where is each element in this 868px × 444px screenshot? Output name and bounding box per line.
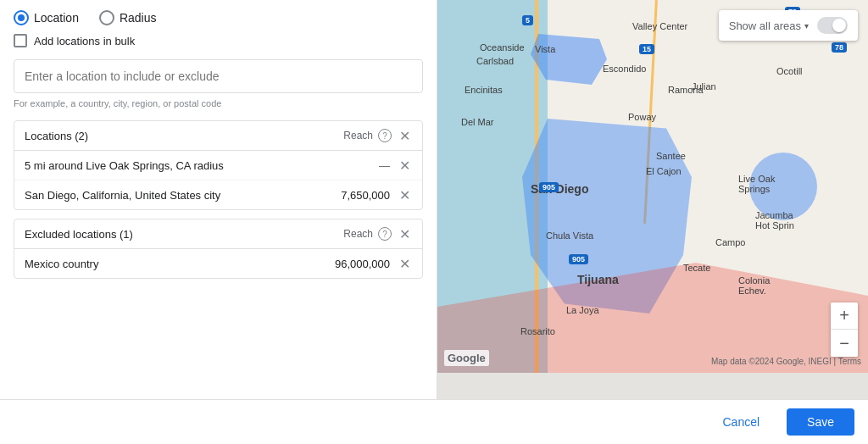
locations-close-icon[interactable]: ✕: [397, 128, 412, 143]
radius-radio-label: Radius: [120, 11, 157, 25]
excluded-header-right: Reach ? ✕: [343, 226, 412, 241]
highway-15-shield: 15: [639, 44, 654, 54]
highlight-live-oak-springs: [749, 153, 817, 220]
zoom-out-button[interactable]: −: [831, 330, 858, 357]
toggle-switch[interactable]: [817, 17, 848, 34]
google-logo: Google: [444, 350, 489, 366]
footer: Cancel Save: [0, 399, 868, 444]
search-input-container[interactable]: [14, 59, 423, 93]
add-bulk-checkbox-row[interactable]: Add locations in bulk: [14, 34, 423, 47]
show-areas-label: Show all areas ▾: [729, 19, 809, 32]
highway-5-shield: 5: [522, 15, 533, 25]
city-valley-center: Valley Center: [632, 21, 687, 31]
location-row: San Diego, California, United States cit…: [14, 180, 422, 209]
location-2-name: San Diego, California, United States cit…: [25, 189, 341, 202]
excluded-location-row: Mexico country 96,000,000 ✕: [14, 249, 422, 278]
excluded-1-remove-icon[interactable]: ✕: [397, 256, 412, 271]
location-radio-option[interactable]: Location: [14, 10, 79, 25]
location-radio-label: Location: [34, 11, 79, 25]
left-panel: Location Radius Add locations in bulk Fo…: [0, 0, 437, 399]
city-julian: Julian: [692, 81, 716, 92]
toggle-knob: [832, 19, 846, 32]
location-row: 5 mi around Live Oak Springs, CA radius …: [14, 151, 422, 180]
city-campo: Campo: [715, 237, 745, 247]
location-1-remove-icon[interactable]: ✕: [397, 158, 412, 173]
highway-905-shield-2: 905: [569, 254, 588, 264]
city-ramona: Ramona: [668, 85, 704, 95]
excluded-close-icon[interactable]: ✕: [397, 226, 412, 241]
city-escondido: Escondido: [603, 64, 646, 74]
add-bulk-checkbox[interactable]: [14, 34, 27, 47]
location-1-reach: —: [379, 159, 390, 172]
city-ocotill: Ocotill: [776, 66, 803, 76]
locations-header: Locations (2) Reach ? ✕: [14, 121, 422, 151]
cancel-button[interactable]: Cancel: [705, 408, 776, 436]
chevron-down-icon: ▾: [804, 21, 809, 31]
highway-78-shield: 78: [832, 42, 847, 53]
locations-reach-label: Reach: [343, 130, 373, 142]
excluded-locations-section: Excluded locations (1) Reach ? ✕ Mexico …: [14, 219, 423, 279]
location-2-remove-icon[interactable]: ✕: [397, 187, 412, 203]
map-attribution[interactable]: Map data ©2024 Google, INEGI | Terms: [711, 357, 861, 366]
location-1-name: 5 mi around Live Oak Springs, CA radius: [25, 159, 379, 172]
location-radio-button[interactable]: [14, 10, 29, 25]
main-content: Location Radius Add locations in bulk Fo…: [0, 0, 868, 399]
search-input[interactable]: [25, 69, 412, 83]
location-2-reach: 7,650,000: [341, 189, 390, 202]
zoom-in-button[interactable]: +: [831, 302, 858, 330]
excluded-help-icon[interactable]: ?: [378, 227, 392, 241]
zoom-controls: + −: [831, 302, 858, 357]
locations-title: Locations (2): [25, 130, 88, 142]
radius-radio-button[interactable]: [99, 10, 114, 25]
map-panel: Oceanside Carlsbad Valley Center Vista E…: [437, 0, 868, 399]
search-hint: For example, a country, city, region, or…: [14, 98, 423, 108]
excluded-1-reach: 96,000,000: [335, 258, 390, 270]
map-background: Oceanside Carlsbad Valley Center Vista E…: [437, 0, 868, 373]
locations-help-icon[interactable]: ?: [378, 129, 392, 142]
locations-header-right: Reach ? ✕: [343, 128, 412, 143]
city-poway: Poway: [628, 112, 656, 122]
location-type-radio-group: Location Radius: [14, 10, 423, 25]
excluded-header: Excluded locations (1) Reach ? ✕: [14, 219, 422, 249]
locations-section: Locations (2) Reach ? ✕ 5 mi around Live…: [14, 120, 423, 210]
radius-radio-option[interactable]: Radius: [99, 10, 157, 25]
highway-905-shield: 905: [539, 182, 559, 192]
excluded-title: Excluded locations (1): [25, 228, 133, 241]
add-bulk-label: Add locations in bulk: [34, 35, 135, 47]
save-button[interactable]: Save: [787, 408, 854, 436]
map-container: Oceanside Carlsbad Valley Center Vista E…: [437, 0, 868, 399]
excluded-1-name: Mexico country: [25, 258, 335, 270]
excluded-reach-label: Reach: [343, 228, 373, 240]
show-areas-toggle[interactable]: Show all areas ▾: [719, 10, 858, 41]
